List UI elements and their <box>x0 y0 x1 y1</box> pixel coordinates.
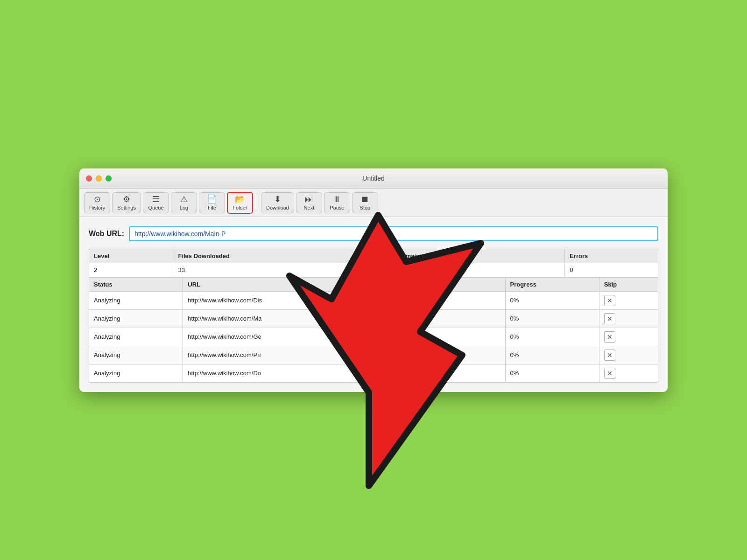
row-skip: ✕ <box>599 346 658 364</box>
pause-label: Pause <box>330 205 344 210</box>
skip-button[interactable]: ✕ <box>604 295 615 306</box>
skip-button[interactable]: ✕ <box>604 368 615 379</box>
download-button[interactable]: ⬇ Download <box>261 192 294 213</box>
file-icon: 📄 <box>207 195 217 203</box>
file-button[interactable]: 📄 File <box>199 192 225 213</box>
queue-icon: ☰ <box>152 195 160 203</box>
history-button[interactable]: ⊙ History <box>84 192 110 213</box>
folder-label: Folder <box>233 205 247 210</box>
row-url: http://www.wikihow.com/Ma <box>183 309 402 328</box>
col-url: URL <box>183 277 505 291</box>
file-label: File <box>208 205 216 210</box>
settings-label: Settings <box>117 205 136 210</box>
stop-label: Stop <box>360 205 371 210</box>
row-status: Analyzing <box>89 309 183 328</box>
row-skip: ✕ <box>599 291 658 309</box>
log-icon: ⚠ <box>180 195 188 203</box>
download-icon: ⬇ <box>274 195 281 203</box>
next-icon: ⏭ <box>305 195 313 203</box>
skip-button[interactable]: ✕ <box>604 350 615 361</box>
stop-button[interactable]: ⏹ Stop <box>352 192 378 213</box>
pause-button[interactable]: ⏸ Pause <box>324 192 350 213</box>
row-url-end: edit-Report <box>402 291 505 309</box>
row-status: Analyzing <box>89 364 183 382</box>
row-status: Analyzing <box>89 346 183 364</box>
row-progress: 0% <box>505 291 599 309</box>
url-row: Web URL: <box>89 226 658 241</box>
queue-button[interactable]: ☰ Queue <box>143 192 169 213</box>
download-table: Status URL Progress Skip Analyzing http:… <box>89 277 658 383</box>
history-label: History <box>89 205 105 210</box>
row-progress: 0% <box>505 346 599 364</box>
stats-header-files-remaining: Files Remaining <box>377 249 564 263</box>
stats-row: 2 33 0 <box>89 263 658 277</box>
row-url: http://www.wikihow.com/Dis <box>183 291 402 309</box>
row-skip: ✕ <box>599 364 658 382</box>
stats-files-remaining <box>377 263 564 277</box>
fullscreen-button[interactable] <box>106 175 112 182</box>
log-button[interactable]: ⚠ Log <box>171 192 197 213</box>
folder-button[interactable]: 📂 Folder <box>227 192 253 214</box>
url-label: Web URL: <box>89 230 124 238</box>
stats-errors: 0 <box>565 263 658 277</box>
next-button[interactable]: ⏭ Next <box>296 192 322 213</box>
close-button[interactable] <box>86 175 92 182</box>
history-icon: ⊙ <box>94 195 101 203</box>
row-url: http://www.wikihow.com/Do <box>183 364 402 382</box>
row-url-end <box>402 328 505 346</box>
stats-level: 2 <box>89 263 173 277</box>
settings-button[interactable]: ⚙ Settings <box>112 192 141 213</box>
skip-button[interactable]: ✕ <box>604 313 615 324</box>
table-row: Analyzing http://www.wikihow.com/Do 0% ✕ <box>89 364 658 382</box>
row-url-end <box>402 364 505 382</box>
stats-header-files-downloaded: Files Downloaded <box>173 249 377 263</box>
table-row: Analyzing http://www.wikihow.com/Dis edi… <box>89 291 658 309</box>
pause-icon: ⏸ <box>333 195 341 203</box>
row-status: Analyzing <box>89 291 183 309</box>
traffic-lights <box>86 175 112 182</box>
row-status: Analyzing <box>89 328 183 346</box>
settings-icon: ⚙ <box>123 195 130 203</box>
log-label: Log <box>180 205 188 210</box>
row-skip: ✕ <box>599 328 658 346</box>
minimize-button[interactable] <box>96 175 102 182</box>
row-url: http://www.wikihow.com/Pri <box>183 346 402 364</box>
toolbar: ⊙ History ⚙ Settings ☰ Queue ⚠ Log 📄 Fil… <box>79 189 668 217</box>
row-progress: 0% <box>505 364 599 382</box>
download-label: Download <box>266 205 289 210</box>
row-progress: 0% <box>505 309 599 328</box>
table-row: Analyzing http://www.wikihow.com/Ma me-A… <box>89 309 658 328</box>
folder-icon: 📂 <box>235 195 245 203</box>
queue-label: Queue <box>148 205 163 210</box>
titlebar: Untitled <box>79 168 668 189</box>
url-input[interactable] <box>129 226 658 241</box>
col-progress: Progress <box>505 277 599 291</box>
col-status: Status <box>89 277 183 291</box>
row-url-end: me-Alone <box>402 309 505 328</box>
table-row: Analyzing http://www.wikihow.com/Pri n-C… <box>89 346 658 364</box>
stats-table: Level Files Downloaded Files Remaining E… <box>89 249 658 277</box>
next-label: Next <box>304 205 315 210</box>
stats-files-downloaded: 33 <box>173 263 377 277</box>
row-url: http://www.wikihow.com/Ge <box>183 328 402 346</box>
main-window: Untitled ⊙ History ⚙ Settings ☰ Queue ⚠ … <box>79 168 668 392</box>
col-skip: Skip <box>599 277 658 291</box>
stats-header-errors: Errors <box>565 249 658 263</box>
row-url-end: n-Chrome <box>402 346 505 364</box>
row-progress: 0% <box>505 328 599 346</box>
row-skip: ✕ <box>599 309 658 328</box>
toolbar-separator <box>257 193 257 212</box>
table-row: Analyzing http://www.wikihow.com/Ge 0% ✕ <box>89 328 658 346</box>
skip-button[interactable]: ✕ <box>604 331 615 343</box>
window-title: Untitled <box>362 175 384 182</box>
stats-header-level: Level <box>89 249 173 263</box>
stop-icon: ⏹ <box>361 195 369 203</box>
content-area: Web URL: Level Files Downloaded Files Re… <box>79 217 668 392</box>
